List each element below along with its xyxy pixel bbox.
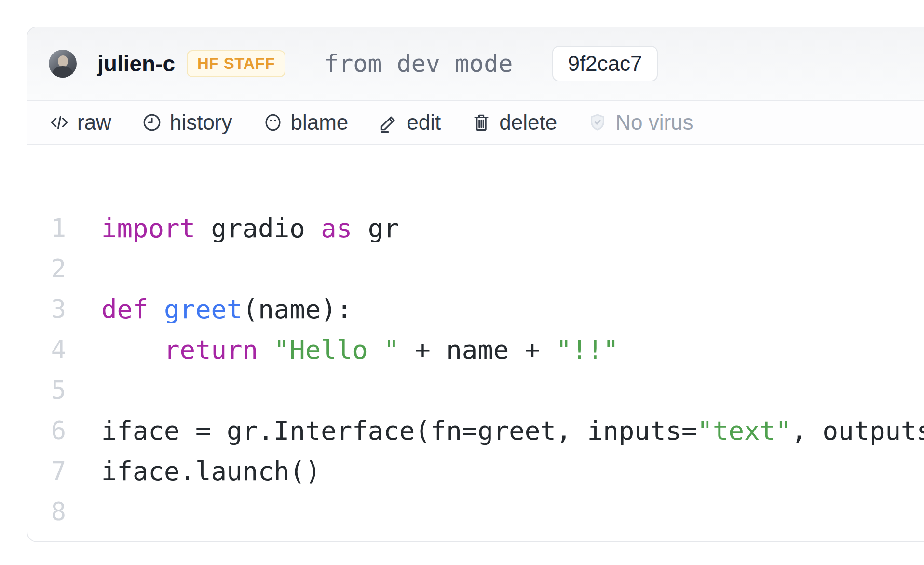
delete-label: delete xyxy=(499,110,557,135)
trash-icon xyxy=(471,112,492,133)
line-number[interactable]: 3 xyxy=(27,295,66,323)
code-icon xyxy=(49,112,70,133)
file-toolbar: rawhistoryblameeditdeleteNo virus xyxy=(27,101,924,145)
line-number[interactable]: 2 xyxy=(27,254,66,283)
code-text: iface = gr.Interface(fn=greet, inputs="t… xyxy=(101,416,924,446)
pencil-icon xyxy=(378,112,399,133)
hf-staff-badge: HF STAFF xyxy=(187,50,285,77)
blame-label: blame xyxy=(291,110,349,135)
edit-label: edit xyxy=(407,110,441,135)
history-button[interactable]: history xyxy=(141,110,232,135)
code-text: def greet(name): xyxy=(101,294,352,324)
delete-button[interactable]: delete xyxy=(471,110,557,135)
username-link[interactable]: julien-c xyxy=(97,51,175,77)
line-number[interactable]: 1 xyxy=(27,214,66,242)
raw-button[interactable]: raw xyxy=(49,110,111,135)
virus-scan-label: No virus xyxy=(615,110,693,135)
code-line: 3def greet(name): xyxy=(27,289,924,329)
history-label: history xyxy=(170,110,232,135)
code-viewer: 1import gradio as gr23def greet(name):4 … xyxy=(27,145,924,541)
face-icon xyxy=(262,112,284,133)
code-line: 4 return "Hello " + name + "!!" xyxy=(27,329,924,370)
code-line: 1import gradio as gr xyxy=(27,208,924,248)
line-number[interactable]: 4 xyxy=(27,335,66,364)
code-line: 6iface = gr.Interface(fn=greet, inputs="… xyxy=(27,410,924,451)
line-number[interactable]: 6 xyxy=(27,416,66,445)
line-number[interactable]: 8 xyxy=(27,497,66,526)
shield-check-icon xyxy=(587,112,608,133)
code-line: 8 xyxy=(27,491,924,532)
blame-button[interactable]: blame xyxy=(262,110,349,135)
commit-message-link[interactable]: from dev mode xyxy=(324,50,513,78)
virus-scan-status[interactable]: No virus xyxy=(587,110,693,135)
code-text: import gradio as gr xyxy=(101,213,399,243)
avatar-photo xyxy=(58,55,68,67)
avatar[interactable] xyxy=(49,50,77,78)
code-text: return "Hello " + name + "!!" xyxy=(101,335,619,365)
code-line: 5 xyxy=(27,370,924,410)
code-line: 2 xyxy=(27,248,924,289)
edit-button[interactable]: edit xyxy=(378,110,441,135)
raw-label: raw xyxy=(77,110,111,135)
code-text: iface.launch() xyxy=(101,456,321,486)
commit-hash-button[interactable]: 9f2cac7 xyxy=(552,46,657,81)
file-viewer-card: julien-c HF STAFF from dev mode 9f2cac7 … xyxy=(27,27,924,542)
code-line: 7iface.launch() xyxy=(27,451,924,491)
clock-icon xyxy=(141,112,163,133)
line-number[interactable]: 7 xyxy=(27,457,66,485)
commit-header: julien-c HF STAFF from dev mode 9f2cac7 xyxy=(27,27,924,101)
line-number[interactable]: 5 xyxy=(27,376,66,404)
